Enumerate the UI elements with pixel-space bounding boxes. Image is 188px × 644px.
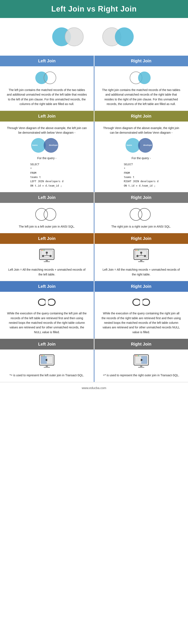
section6-right-col: =* is used to represent the right outer … — [94, 350, 188, 382]
svg-rect-9 — [44, 261, 50, 262]
right-circle-blue — [115, 28, 134, 46]
section5-left-chain-icon — [37, 296, 56, 308]
svg-point-48 — [44, 355, 44, 356]
page-footer: www.educba.com — [0, 382, 188, 394]
section3-right-text: The right join is a right outer join in … — [101, 224, 182, 229]
section5-left-col: While the execution of the query contain… — [0, 292, 94, 339]
section3-content: The left join is a left outer join in AN… — [0, 203, 188, 233]
section2-left-query-label: For the query - — [6, 156, 88, 160]
svg-point-24 — [137, 250, 138, 250]
svg-point-2 — [46, 252, 48, 254]
svg-rect-27 — [40, 300, 44, 304]
svg-rect-30 — [45, 300, 48, 304]
section3-left-header: Left Join — [0, 192, 94, 203]
svg-point-10 — [41, 250, 41, 250]
svg-rect-36 — [144, 300, 148, 304]
section2-left-intro: Through Venn diagram of the above exampl… — [6, 126, 88, 135]
svg-point-46 — [41, 355, 41, 356]
section3-left-text: The left join is a left outer join in AN… — [6, 224, 88, 229]
section2-left-col: Through Venn diagram of the above exampl… — [0, 122, 94, 192]
svg-rect-21 — [140, 260, 142, 261]
section1-right-col: The right join contains the matched reco… — [94, 66, 188, 111]
section2-header: Left Join Right Join — [0, 111, 188, 122]
section3-header: Left Join Right Join — [0, 192, 188, 203]
right-circle-outline — [65, 28, 84, 46]
section6-left-text: *= is used to represent the left outer j… — [6, 373, 88, 378]
section4-left-text: Left Join = All the matching records + u… — [6, 267, 88, 277]
svg-point-23 — [135, 250, 136, 250]
lv-right-label: developer — [49, 144, 58, 146]
section2-left-header: Left Join — [0, 111, 94, 122]
section6-right-text: =* is used to represent the right outer … — [101, 373, 182, 378]
section4-right-col: Left Join = All the matching records + u… — [94, 244, 188, 281]
section1-left-col: The left join contains the matched recor… — [0, 66, 94, 111]
page-header: Left Join vs Right Join — [0, 0, 188, 18]
section2-right-query-label: For the query - — [101, 156, 182, 160]
section2-left-code: SELECT * FROM teams t LEFT JOIN develope… — [30, 162, 63, 188]
section4-header: Left Join Right Join — [0, 233, 188, 244]
section3-left-venn — [35, 207, 58, 222]
section5-left-header: Left Join — [0, 281, 94, 292]
svg-rect-37 — [140, 300, 143, 304]
section4-left-col: Left Join = All the matching records + u… — [0, 244, 94, 281]
section4-left-db-icon — [38, 248, 55, 265]
section1-header: Left Join Right Join — [0, 56, 188, 66]
section1-left-venn — [35, 70, 58, 85]
svg-point-55 — [135, 355, 136, 356]
section5-right-text: While the execution of the query contain… — [101, 311, 182, 334]
svg-rect-45 — [44, 367, 50, 368]
svg-rect-29 — [50, 300, 53, 304]
section4-right-text: Left Join = All the matching records + u… — [101, 267, 182, 277]
lv-right-label2: developer — [143, 144, 152, 146]
svg-rect-54 — [138, 367, 144, 368]
section1-left-header: Left Join — [0, 56, 94, 66]
section3-right-col: The right join is a right outer join in … — [94, 203, 188, 233]
svg-point-47 — [42, 355, 43, 356]
svg-point-15 — [140, 252, 142, 254]
section5-right-chain-icon — [132, 296, 151, 308]
section5-header: Left Join Right Join — [0, 281, 188, 292]
section2-right-header: Right Join — [94, 111, 188, 122]
svg-point-25 — [138, 250, 139, 250]
footer-url: www.educba.com — [82, 386, 106, 390]
section4-left-header: Left Join — [0, 233, 94, 244]
svg-rect-34 — [135, 300, 139, 304]
ov-right2 — [138, 208, 151, 221]
page-title: Left Join vs Right Join — [2, 4, 186, 14]
section2-content: Through Venn diagram of the above exampl… — [0, 122, 188, 192]
section2-right-col: Through Venn diagram of the above exampl… — [94, 122, 188, 192]
section1-right-header: Right Join — [94, 56, 188, 66]
svg-rect-44 — [46, 365, 48, 367]
section6-left-tsql-icon — [38, 354, 55, 370]
svg-rect-22 — [138, 261, 144, 262]
svg-rect-53 — [140, 365, 142, 367]
section4-right-header: Right Join — [94, 233, 188, 244]
section1-right-venn — [130, 70, 153, 85]
svg-point-57 — [138, 355, 139, 356]
section3-left-col: The left join is a left outer join in AN… — [0, 203, 94, 233]
section6-right-header: Right Join — [94, 339, 188, 350]
left-join-venn-top — [52, 26, 86, 47]
ov-right — [44, 208, 56, 221]
section4-right-db-icon — [133, 248, 150, 265]
sv-right-outline — [44, 72, 56, 84]
section1-left-text: The left join contains the matched recor… — [6, 88, 88, 106]
section1-right-text: The right join contains the matched reco… — [101, 88, 182, 106]
section6-content: *= is used to represent the left outer j… — [0, 350, 188, 382]
section2-right-intro: Through Venn diagram of the above exampl… — [101, 126, 182, 135]
section1-content: The left join contains the matched recor… — [0, 66, 188, 111]
section5-left-text: While the execution of the query contain… — [6, 311, 88, 334]
svg-point-56 — [137, 355, 138, 356]
section2-left-labeled-venn: teams developer — [31, 137, 62, 154]
sv-right-blue — [138, 72, 151, 84]
svg-point-11 — [42, 250, 43, 250]
section6-left-header: Left Join — [0, 339, 94, 350]
section5-content: While the execution of the query contain… — [0, 292, 188, 339]
section5-right-col: While the execution of the query contain… — [94, 292, 188, 339]
section3-right-venn — [130, 207, 153, 222]
right-join-venn-top — [102, 26, 136, 47]
section5-right-header: Right Join — [94, 281, 188, 292]
section2-right-code: SELECT * FROM teams t RIGHT JOIN develop… — [124, 162, 159, 188]
lv-left-label2: teams — [127, 144, 132, 146]
section6-right-tsql-icon — [133, 354, 150, 370]
